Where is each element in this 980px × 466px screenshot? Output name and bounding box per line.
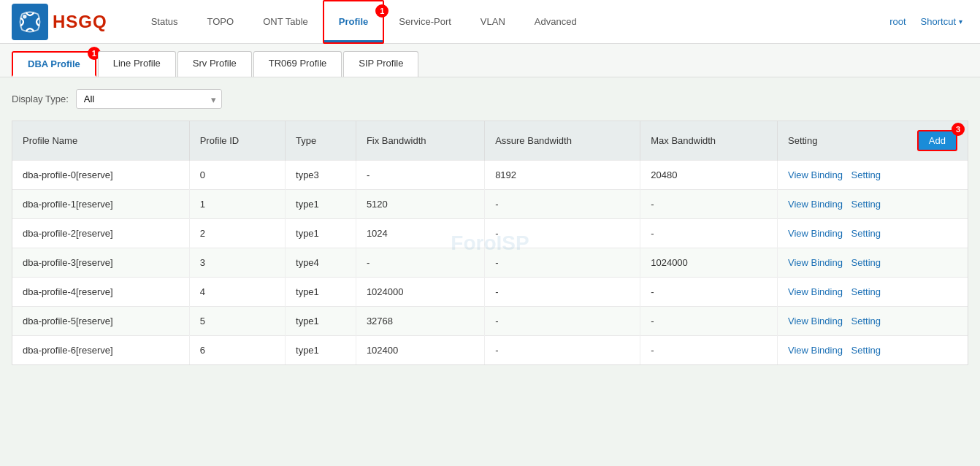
cell-type: type1 xyxy=(286,190,356,219)
cell-id: 5 xyxy=(189,307,285,336)
cell-fix-bw: 5120 xyxy=(356,190,484,219)
th-max-bandwidth: Max Bandwidth xyxy=(640,121,778,161)
th-setting: Setting Add 3 xyxy=(777,121,968,161)
cell-id: 1 xyxy=(189,190,285,219)
cell-name: dba-profile-3[reserve] xyxy=(12,248,189,278)
cell-actions: View Binding Setting xyxy=(777,248,968,278)
nav-topo[interactable]: TOPO xyxy=(193,0,249,44)
tabs-area: DBA Profile 1 Line Profile Srv Profile T… xyxy=(0,44,980,77)
view-binding-link-3[interactable]: View Binding xyxy=(788,257,843,268)
table-row: dba-profile-4[reserve] 4 type1 1024000 -… xyxy=(12,278,968,307)
cell-actions: View Binding Setting xyxy=(777,336,968,365)
th-profile-id: Profile ID xyxy=(189,121,285,161)
cell-assure-bw: - xyxy=(485,219,640,248)
content-area: Display Type: All type1 type2 type3 type… xyxy=(0,77,980,377)
cell-id: 0 xyxy=(189,161,285,190)
display-type-select[interactable]: All type1 type2 type3 type4 xyxy=(76,89,222,109)
view-binding-link-5[interactable]: View Binding xyxy=(788,316,843,326)
table-wrapper: ForoISP Profile Name Profile ID Type Fix… xyxy=(12,121,968,365)
add-btn-wrapper: Add 3 xyxy=(917,130,957,151)
th-profile-name: Profile Name xyxy=(12,121,189,161)
cell-type: type1 xyxy=(286,307,356,336)
cell-name: dba-profile-2[reserve] xyxy=(12,219,189,248)
cell-name: dba-profile-4[reserve] xyxy=(12,278,189,307)
th-fix-bandwidth: Fix Bandwidth xyxy=(356,121,484,161)
shortcut-button[interactable]: Shortcut ▾ xyxy=(915,16,968,27)
th-assure-bandwidth: Assure Bandwidth xyxy=(485,121,640,161)
table-header-row: Profile Name Profile ID Type Fix Bandwid… xyxy=(12,121,968,161)
tab-srv-profile[interactable]: Srv Profile xyxy=(177,51,252,77)
table-row: dba-profile-6[reserve] 6 type1 102400 - … xyxy=(12,336,968,365)
cell-assure-bw: - xyxy=(485,248,640,278)
cell-actions: View Binding Setting xyxy=(777,161,968,190)
user-label: root xyxy=(884,16,911,27)
tab-line-profile[interactable]: Line Profile xyxy=(98,51,176,77)
cell-assure-bw: - xyxy=(485,307,640,336)
add-badge: 3 xyxy=(952,123,965,136)
cell-max-bw: - xyxy=(640,336,778,365)
cell-type: type4 xyxy=(286,248,356,278)
svg-point-0 xyxy=(23,15,26,18)
table-row: dba-profile-0[reserve] 0 type3 - 8192 20… xyxy=(12,161,968,190)
tab-sip-profile[interactable]: SIP Profile xyxy=(343,51,418,77)
nav-right: root Shortcut ▾ xyxy=(884,16,968,27)
cell-name: dba-profile-0[reserve] xyxy=(12,161,189,190)
cell-type: type3 xyxy=(286,161,356,190)
main-nav: Status TOPO ONT Table Profile 1 Service-… xyxy=(137,0,884,44)
nav-advanced[interactable]: Advanced xyxy=(520,0,592,44)
cell-name: dba-profile-5[reserve] xyxy=(12,307,189,336)
setting-link-6[interactable]: Setting xyxy=(851,345,881,356)
nav-ont-table[interactable]: ONT Table xyxy=(248,0,323,44)
cell-actions: View Binding Setting xyxy=(777,190,968,219)
cell-name: dba-profile-1[reserve] xyxy=(12,190,189,219)
cell-actions: View Binding Setting xyxy=(777,307,968,336)
table-row: dba-profile-5[reserve] 5 type1 32768 - -… xyxy=(12,307,968,336)
add-button[interactable]: Add xyxy=(917,130,957,151)
dba-profile-table: Profile Name Profile ID Type Fix Bandwid… xyxy=(12,121,968,364)
cell-fix-bw: 32768 xyxy=(356,307,484,336)
nav-service-port[interactable]: Service-Port xyxy=(384,0,466,44)
nav-status[interactable]: Status xyxy=(137,0,193,44)
cell-id: 4 xyxy=(189,278,285,307)
cell-fix-bw: 1024 xyxy=(356,219,484,248)
table-body: dba-profile-0[reserve] 0 type3 - 8192 20… xyxy=(12,161,968,365)
display-type-wrapper: All type1 type2 type3 type4 xyxy=(76,89,222,109)
cell-assure-bw: - xyxy=(485,190,640,219)
cell-fix-bw: - xyxy=(356,248,484,278)
view-binding-link-0[interactable]: View Binding xyxy=(788,169,843,180)
cell-type: type1 xyxy=(286,219,356,248)
logo-text: HSGQ xyxy=(53,12,107,32)
view-binding-link-2[interactable]: View Binding xyxy=(788,228,843,239)
cell-max-bw: - xyxy=(640,219,778,248)
setting-link-5[interactable]: Setting xyxy=(851,316,881,326)
cell-name: dba-profile-6[reserve] xyxy=(12,336,189,365)
nav-profile[interactable]: Profile 1 xyxy=(323,0,384,44)
tab-tr069-profile[interactable]: TR069 Profile xyxy=(253,51,342,77)
cell-id: 3 xyxy=(189,248,285,278)
table-row: dba-profile-1[reserve] 1 type1 5120 - - … xyxy=(12,190,968,219)
view-binding-link-6[interactable]: View Binding xyxy=(788,345,843,356)
view-binding-link-1[interactable]: View Binding xyxy=(788,199,843,210)
view-binding-link-4[interactable]: View Binding xyxy=(788,286,843,297)
tab-dba-profile[interactable]: DBA Profile 1 xyxy=(12,51,96,77)
setting-link-1[interactable]: Setting xyxy=(851,199,881,210)
setting-link-2[interactable]: Setting xyxy=(851,228,881,239)
logo-area: HSGQ xyxy=(12,4,107,40)
cell-max-bw: - xyxy=(640,278,778,307)
setting-link-4[interactable]: Setting xyxy=(851,286,881,297)
setting-link-3[interactable]: Setting xyxy=(851,257,881,268)
nav-vlan[interactable]: VLAN xyxy=(466,0,520,44)
display-type-label: Display Type: xyxy=(12,93,69,104)
cell-max-bw: - xyxy=(640,307,778,336)
cell-max-bw: - xyxy=(640,190,778,219)
cell-actions: View Binding Setting xyxy=(777,278,968,307)
th-type: Type xyxy=(286,121,356,161)
cell-assure-bw: 8192 xyxy=(485,161,640,190)
cell-fix-bw: - xyxy=(356,161,484,190)
cell-assure-bw: - xyxy=(485,278,640,307)
cell-type: type1 xyxy=(286,336,356,365)
setting-link-0[interactable]: Setting xyxy=(851,169,881,180)
cell-fix-bw: 102400 xyxy=(356,336,484,365)
cell-type: type1 xyxy=(286,278,356,307)
cell-id: 2 xyxy=(189,219,285,248)
